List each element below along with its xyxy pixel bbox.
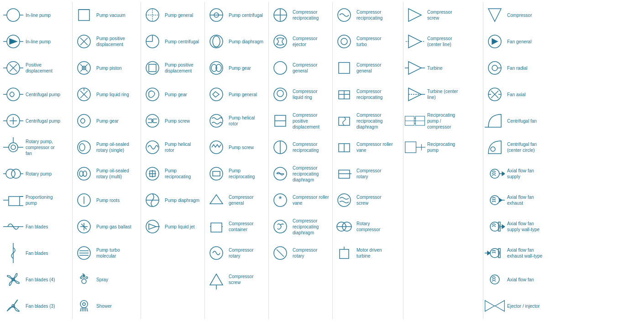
ejector-c8: Ejector / injector: [483, 293, 563, 319]
fan-axial-c8-symbol: [484, 84, 505, 105]
centrifugal-fan-cc-c8: Centrifugal fan (center circle): [483, 134, 563, 160]
pump-liquid-ring-label: Pump liquid ring: [96, 92, 129, 98]
comp-general-c5-label: Compressor general: [293, 62, 329, 74]
pump-turbo-mol: Pump turbo molecular: [73, 240, 141, 266]
comp-turbo-c6-symbol: [334, 31, 355, 52]
svg-marker-161: [408, 62, 421, 74]
column-6: Compressor reciprocating Compressor turb…: [333, 2, 403, 319]
svg-point-109: [210, 114, 223, 127]
comp-recip-diaph-c6-label: Compressor reciprocating diaphragm: [356, 112, 393, 130]
pump-gear-c4: Pump gear: [205, 55, 268, 81]
fan-blades-3-symbol: [3, 295, 24, 316]
recip-pump-c7: Reciprocating pump: [403, 134, 483, 160]
svg-point-108: [210, 88, 223, 101]
svg-point-140: [341, 38, 347, 45]
pump-liquid-jet-col3: Pump liquid jet: [141, 213, 204, 240]
comp-recip-c6: Compressor reciprocating: [333, 2, 403, 28]
comp-turbo-c6-label: Compressor turbo: [356, 36, 393, 47]
pump-helical-c4-label: Pump helical rotor: [229, 115, 265, 127]
axial-supply-wall-c8-label: Axial flow fan supply wall-type: [507, 221, 544, 233]
rotary-comp-c6: Rotary compressor: [333, 213, 403, 240]
pump-pos-disp-label: Pump positive displacement: [96, 36, 133, 47]
fan-blades-3: Fan blades (3): [2, 293, 72, 319]
recip-pump-c7-symbol: [404, 137, 425, 158]
pump-helical-col3-label: Pump helical rotor: [165, 141, 201, 153]
rotary-pump-comp-fan-symbol: [3, 137, 24, 158]
positive-displacement: Positive displacement: [2, 55, 72, 81]
comp-recip-diaph-c6: Compressor reciprocating diaphragm: [333, 108, 403, 134]
svg-marker-204: [495, 300, 504, 311]
recip-pump-comp-c7: Reciprocating pump / compressor: [403, 108, 483, 134]
pump-gear-col3: Pump gear: [141, 81, 204, 108]
fan-blades-4: Fan blades (4): [2, 266, 72, 293]
svg-point-72: [80, 300, 88, 308]
comp-recip-c6b-label: Compressor reciprocating: [356, 88, 393, 100]
pump-helical-col3-symbol: [142, 137, 163, 158]
axial-fan-c8: Axial flow fan: [483, 266, 563, 293]
pump-diaphragm-c4-label: Pump diaphragm: [229, 39, 263, 45]
fan-blades-1: Fan blades: [2, 213, 72, 240]
comp-roller-vane-c6: Compressor roller vane: [333, 134, 403, 160]
pump-general-col3-label: Pump general: [165, 12, 193, 18]
svg-line-137: [277, 249, 284, 257]
pump-vacuum: Pump vacuum: [73, 2, 141, 28]
column-4: Pump centrifugal Pump diaphragm: [205, 2, 269, 319]
fan-blades-1-label: Fan blades: [26, 224, 48, 230]
svg-marker-175: [488, 9, 501, 21]
svg-rect-86: [149, 64, 156, 72]
comp-roller-vane-c5: * Compressor roller vane: [269, 187, 332, 213]
positive-displacement-label: Positive displacement: [26, 62, 62, 74]
pump-pos-disp-symbol: [73, 31, 94, 52]
column-7: Compressor screw Compressor (center line…: [403, 2, 483, 319]
comp-recip-diaph-c6-symbol: [334, 110, 355, 131]
svg-marker-4: [10, 39, 17, 44]
centrifugal-fan-c8: Centrifugal fan: [483, 108, 563, 134]
compressor-top-c8-symbol: [484, 5, 505, 26]
rotary-comp-c6-label: Rotary compressor: [356, 221, 393, 233]
pump-gas-ballast: Pump gas ballast: [73, 213, 141, 240]
turbine-c7-label: Turbine: [427, 65, 443, 71]
svg-point-69: [80, 277, 82, 279]
svg-point-126: [277, 90, 283, 97]
svg-point-151: [338, 194, 351, 207]
comp-center-line-c7-symbol: [404, 31, 425, 52]
comp-center-line-c7-label: Compressor (center line): [427, 36, 464, 47]
comp-recip-diaph-c5b: Compressor reciprocating diaphragm: [269, 213, 332, 240]
turbine-c7: Turbine: [403, 55, 483, 81]
comp-pos-disp-c5-symbol: [270, 110, 291, 131]
comp-general-c5-symbol: [270, 57, 291, 78]
svg-point-139: [338, 35, 351, 48]
comp-liquid-ring-c5-symbol: [270, 84, 291, 105]
axial-supply-wall-c8-symbol: [484, 216, 505, 237]
inline-pump-2: In-line pump: [2, 28, 72, 55]
fan-axial-c8-label: Fan axial: [507, 92, 526, 98]
spray: Spray: [73, 266, 141, 293]
svg-point-103: [210, 35, 223, 48]
column-1: In-line pump In-line pump: [2, 2, 73, 319]
axial-exhaust-wall-c8: Axial flow fan exhaust wall-type: [483, 240, 563, 266]
centrifugal-pump-1-symbol: [3, 84, 24, 105]
svg-point-135: [274, 220, 287, 233]
svg-rect-155: [340, 249, 349, 259]
svg-point-88: [146, 114, 159, 127]
turbine-center-c7-symbol: [404, 84, 425, 105]
pump-centrifugal-col3-symbol: [142, 31, 163, 52]
svg-point-123: [274, 35, 287, 48]
svg-point-55: [79, 171, 83, 176]
comp-recip-c6-label: Compressor reciprocating: [356, 9, 393, 21]
svg-point-198: [490, 248, 499, 258]
fan-blades-2-symbol: [3, 243, 24, 264]
svg-line-78: [87, 308, 88, 311]
comp-recip-c5-symbol: [270, 5, 291, 26]
pump-centrifugal-col3: Pump centrifugal: [141, 28, 204, 55]
fan-radial-c8-label: Fan radial: [507, 65, 527, 71]
pump-screw-col3-label: Pump screw: [165, 118, 190, 124]
turbine-center-c7-label: Turbine (center line): [427, 88, 464, 100]
comp-general-c5: Compressor general: [269, 55, 332, 81]
svg-point-187: [491, 147, 495, 151]
rotary-comp-c6-symbol: [334, 216, 355, 237]
svg-marker-157: [408, 9, 421, 21]
fan-blades-1-symbol: [3, 216, 24, 237]
comp-recip-c5b: Compressor reciprocating: [269, 134, 332, 160]
comp-ejector-c5-label: Compressor ejector: [293, 36, 329, 47]
